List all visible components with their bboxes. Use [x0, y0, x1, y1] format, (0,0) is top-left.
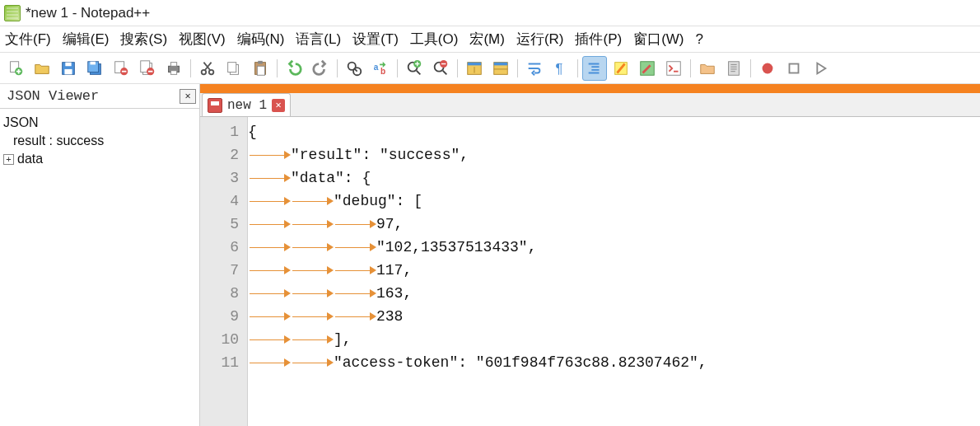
function-list-icon[interactable] — [661, 56, 686, 81]
eyedrop-icon[interactable] — [635, 56, 660, 81]
find-icon[interactable] — [342, 56, 366, 81]
highlight-icon[interactable] — [609, 56, 633, 81]
indent-guide-icon[interactable] — [582, 56, 607, 81]
tree-node-label: JSON — [3, 115, 39, 130]
svg-point-24 — [353, 68, 361, 75]
redo-icon[interactable] — [308, 56, 333, 81]
code-line[interactable]: "access-token": "601f984f763c88.82307462… — [248, 351, 980, 374]
menu-window[interactable]: 窗口(W) — [632, 28, 685, 50]
menu-encoding[interactable]: 编码(N) — [236, 28, 287, 50]
line-number: 8 — [200, 282, 247, 305]
code-line[interactable]: "result": "success", — [248, 143, 980, 166]
zoom-in-icon[interactable] — [402, 56, 427, 81]
folder-icon[interactable] — [695, 56, 720, 81]
svg-rect-32 — [468, 62, 482, 65]
code-line[interactable]: 163, — [248, 282, 980, 305]
menu-edit[interactable]: 编辑(E) — [61, 28, 111, 50]
code-line[interactable]: 238 — [248, 305, 980, 328]
svg-rect-38 — [667, 61, 681, 75]
app-icon — [4, 5, 21, 21]
replace-icon[interactable]: ab — [368, 56, 393, 81]
svg-rect-41 — [790, 63, 799, 73]
toolbar-separator — [517, 59, 518, 77]
svg-rect-22 — [257, 66, 264, 75]
line-number: 10 — [200, 328, 247, 351]
stop-icon[interactable] — [782, 56, 806, 81]
code-line[interactable]: "data": { — [248, 166, 980, 190]
editor-area: new 1 ✕ 1234567891011 {"result": "succes… — [200, 84, 980, 426]
code-area[interactable]: {"result": "success","data": {"debug": [… — [248, 117, 980, 426]
sync-h-icon[interactable] — [488, 56, 513, 81]
menu-search[interactable]: 搜索(S) — [119, 28, 169, 50]
tree-leaf[interactable]: result : success — [3, 132, 196, 150]
json-viewer-close-icon[interactable]: ✕ — [180, 89, 196, 104]
sync-v-icon[interactable] — [462, 56, 487, 81]
code-text: "102,13537513433", — [376, 236, 536, 259]
tree-node-label: data — [17, 152, 43, 166]
line-gutter: 1234567891011 — [200, 117, 248, 426]
copy-icon[interactable] — [222, 56, 246, 81]
print-icon[interactable] — [161, 56, 186, 81]
code-text: "data": { — [291, 166, 371, 190]
toolbar-separator — [750, 59, 751, 77]
new-file-icon[interactable] — [3, 56, 28, 81]
line-number: 11 — [200, 351, 247, 374]
menu-bar: 文件(F) 编辑(E) 搜索(S) 视图(V) 编码(N) 语言(L) 设置(T… — [0, 26, 980, 53]
save-all-icon[interactable] — [82, 56, 107, 81]
code-text: ], — [334, 328, 352, 351]
menu-tools[interactable]: 工具(O) — [408, 28, 460, 50]
tab-label: new 1 — [227, 98, 267, 113]
svg-rect-4 — [64, 68, 72, 73]
expand-icon[interactable]: + — [3, 154, 14, 165]
code-line[interactable]: "102,13537513433", — [248, 236, 980, 259]
menu-file[interactable]: 文件(F) — [3, 28, 53, 50]
menu-macro[interactable]: 宏(M) — [468, 28, 506, 50]
menu-plugins[interactable]: 插件(P) — [573, 28, 623, 50]
code-text: 117, — [376, 259, 412, 282]
cut-icon[interactable] — [195, 56, 220, 81]
zoom-out-icon[interactable] — [428, 56, 453, 81]
code-line[interactable]: 117, — [248, 259, 980, 282]
toolbar-separator — [277, 59, 278, 77]
unsaved-icon — [208, 98, 222, 113]
code-text: 163, — [376, 282, 412, 305]
line-number: 2 — [200, 143, 247, 166]
open-file-icon[interactable] — [30, 56, 54, 81]
menu-settings[interactable]: 设置(T) — [351, 28, 400, 50]
word-wrap-icon[interactable] — [522, 56, 547, 81]
svg-text:a: a — [374, 62, 379, 71]
save-icon[interactable] — [56, 56, 81, 81]
svg-rect-34 — [494, 62, 508, 65]
editor-tab[interactable]: new 1 ✕ — [202, 93, 291, 116]
json-viewer-panel: JSON Viewer ✕ JSON result : success + da… — [0, 84, 200, 426]
play-icon[interactable] — [808, 56, 833, 81]
code-line[interactable]: 97, — [248, 213, 980, 236]
doc-map-icon[interactable] — [721, 56, 746, 81]
svg-rect-3 — [65, 62, 71, 66]
tree-branch[interactable]: + data — [3, 150, 196, 168]
close-all-icon[interactable] — [135, 56, 160, 81]
svg-point-40 — [763, 63, 773, 73]
close-icon[interactable] — [109, 56, 133, 81]
svg-rect-14 — [170, 62, 176, 66]
menu-run[interactable]: 运行(R) — [515, 28, 566, 50]
code-line[interactable]: { — [248, 120, 980, 143]
menu-view[interactable]: 视图(V) — [177, 28, 227, 50]
pilcrow-icon[interactable]: ¶ — [548, 56, 573, 81]
json-viewer-header: JSON Viewer ✕ — [0, 84, 199, 109]
paste-icon[interactable] — [248, 56, 273, 81]
json-tree[interactable]: JSON result : success + data — [0, 109, 199, 426]
code-line[interactable]: ], — [248, 328, 980, 351]
title-bar: *new 1 - Notepad++ — [0, 0, 980, 26]
code-line[interactable]: "debug": [ — [248, 190, 980, 213]
svg-rect-19 — [228, 62, 236, 72]
editor-body[interactable]: 1234567891011 {"result": "success","data… — [200, 116, 980, 426]
undo-icon[interactable] — [282, 56, 306, 81]
tab-close-icon[interactable]: ✕ — [272, 99, 285, 112]
tree-node-label: result : success — [13, 133, 104, 148]
record-icon[interactable] — [755, 56, 780, 81]
menu-language[interactable]: 语言(L) — [294, 28, 343, 50]
tree-root[interactable]: JSON — [3, 114, 196, 132]
menu-help[interactable]: ? — [694, 30, 705, 49]
line-number: 5 — [200, 213, 247, 236]
